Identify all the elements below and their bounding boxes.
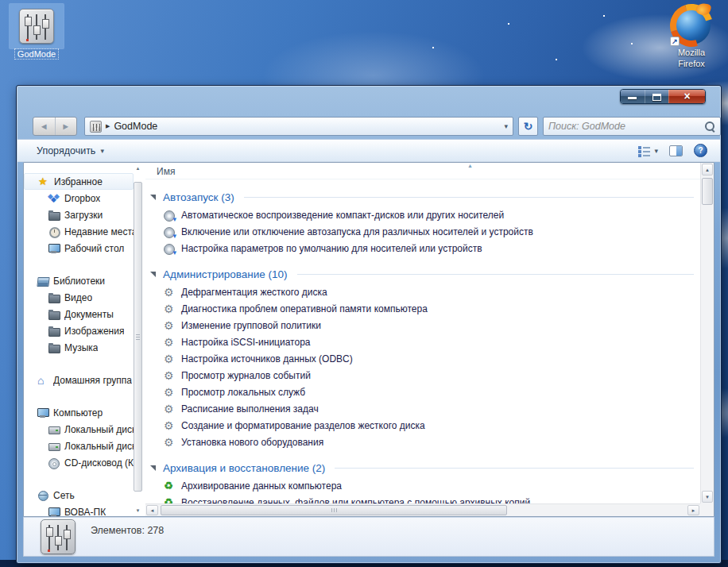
sidebar-item-label: ВОВА-ПК bbox=[64, 507, 106, 517]
maximize-icon bbox=[652, 94, 661, 101]
sidebar-item[interactable]: Dropbox bbox=[24, 190, 134, 206]
sidebar-item[interactable]: Загрузки bbox=[24, 206, 134, 223]
sidebar-item[interactable]: Изображения bbox=[24, 322, 134, 339]
column-header-name[interactable]: Имя bbox=[157, 166, 175, 177]
desktop-icon-firefox[interactable]: ↗ Mozilla Firefox bbox=[656, 6, 726, 69]
list-item[interactable]: Просмотр журналов событий bbox=[145, 367, 700, 384]
help-icon: ? bbox=[698, 146, 703, 155]
command-toolbar: Упорядочить ▾ ▾ ? bbox=[17, 139, 720, 162]
godmode-icon-label: GodMode bbox=[5, 49, 68, 59]
group-collapse-icon[interactable] bbox=[150, 272, 156, 277]
sidebar-item[interactable]: Домашняя группа bbox=[24, 372, 134, 388]
vertical-scroll-thumb[interactable] bbox=[702, 178, 713, 205]
group-administration: Администрирование (10) Дефрагментация же… bbox=[145, 264, 700, 450]
list-item[interactable]: Диагностика проблем оперативной памяти к… bbox=[145, 300, 700, 317]
horizontal-scrollbar[interactable]: ◄ ► bbox=[145, 503, 700, 516]
recent-icon bbox=[48, 226, 60, 238]
sidebar-item-label: Локальный диск bbox=[64, 424, 134, 435]
views-dropdown-icon: ▾ bbox=[654, 147, 658, 155]
gear-icon bbox=[163, 303, 176, 315]
firefox-logo-icon: ↗ bbox=[672, 6, 711, 44]
list-item[interactable]: Просмотр локальных служб bbox=[145, 384, 700, 400]
godmode-sliders-icon bbox=[19, 9, 54, 44]
sidebar-item[interactable]: CD-дисковод (К: bbox=[24, 454, 134, 471]
horizontal-scroll-thumb[interactable] bbox=[161, 505, 507, 515]
sidebar-item[interactable]: Избранное bbox=[24, 173, 134, 190]
organize-button[interactable]: Упорядочить ▾ bbox=[37, 145, 104, 156]
scroll-down-icon[interactable]: ▼ bbox=[702, 491, 713, 503]
sidebar-scroll-thumb[interactable] bbox=[134, 182, 142, 492]
list-item[interactable]: Восстановление данных, файлов или компью… bbox=[145, 494, 700, 503]
firefox-icon-label: Mozilla Firefox bbox=[656, 47, 726, 69]
scroll-up-icon[interactable]: ▲ bbox=[702, 164, 713, 176]
list-item[interactable]: Автоматическое воспроизведение компакт-д… bbox=[145, 206, 700, 223]
desktop-icon-godmode[interactable]: GodMode bbox=[5, 3, 68, 59]
list-item[interactable]: Создание и форматирование разделов жестк… bbox=[145, 417, 700, 434]
list-item[interactable]: Включение или отключение автозапуска для… bbox=[145, 223, 700, 240]
sidebar-item-label: Видео bbox=[64, 292, 92, 303]
preview-pane-button[interactable] bbox=[669, 145, 683, 156]
group-collapse-icon[interactable] bbox=[150, 465, 156, 471]
sidebar-scroll-up-icon[interactable]: ▲ bbox=[133, 164, 143, 173]
list-item[interactable]: Расписание выполнения задач bbox=[145, 400, 700, 417]
list-item-label: Просмотр журналов событий bbox=[181, 370, 311, 381]
sidebar-item[interactable]: Рабочий стол bbox=[24, 240, 134, 256]
group-items: Архивирование данных компьютера Восстано… bbox=[145, 477, 700, 503]
change-view-button[interactable]: ▾ bbox=[638, 145, 658, 156]
group-items: Дефрагментация жесткого диска Диагностик… bbox=[145, 284, 700, 450]
preview-pane-icon bbox=[669, 145, 683, 156]
list-item[interactable]: Изменение групповой политики bbox=[145, 317, 700, 334]
refresh-button[interactable]: ↻ bbox=[518, 117, 538, 136]
sidebar-item[interactable]: Локальный диск bbox=[24, 438, 134, 454]
list-item-label: Настройка источников данных (ODBC) bbox=[181, 353, 353, 364]
maximize-button[interactable] bbox=[645, 90, 668, 103]
folder-icon bbox=[48, 209, 60, 222]
sidebar-item[interactable]: Документы bbox=[24, 306, 134, 322]
sidebar-item-label: Загрузки bbox=[64, 210, 103, 221]
scroll-right-icon[interactable]: ► bbox=[687, 505, 699, 515]
close-button[interactable]: × bbox=[668, 90, 705, 103]
sidebar-item[interactable]: Видео bbox=[24, 289, 134, 306]
search-input[interactable] bbox=[548, 121, 704, 132]
list-item-label: Создание и форматирование разделов жестк… bbox=[181, 420, 425, 431]
gear-icon bbox=[163, 403, 176, 415]
list-item[interactable]: Настройка источников данных (ODBC) bbox=[145, 350, 700, 367]
breadcrumb-godmode[interactable]: GodMode bbox=[114, 121, 157, 132]
group-header[interactable]: Администрирование (10) bbox=[145, 264, 700, 284]
pc-icon bbox=[48, 506, 60, 517]
folder-icon bbox=[48, 291, 60, 304]
sidebar-scroll-down-icon[interactable]: ▼ bbox=[133, 507, 143, 515]
group-header[interactable]: Архивация и восстановление (2) bbox=[145, 458, 700, 477]
address-dropdown-icon[interactable]: ▾ bbox=[504, 122, 508, 130]
minimize-button[interactable] bbox=[621, 90, 645, 103]
list-item[interactable]: Архивирование данных компьютера bbox=[145, 477, 700, 494]
views-icon bbox=[638, 145, 650, 156]
sidebar-item[interactable]: Компьютер bbox=[24, 404, 134, 421]
sidebar-item[interactable]: Библиотеки bbox=[24, 272, 134, 289]
sidebar-item-label: CD-дисковод (К: bbox=[64, 457, 134, 469]
scroll-left-icon[interactable]: ◄ bbox=[146, 505, 158, 515]
sidebar-item[interactable]: Музыка bbox=[24, 339, 134, 356]
disk-icon bbox=[48, 440, 60, 453]
list-item-label: Просмотр локальных служб bbox=[181, 387, 305, 398]
column-header-row[interactable]: Имя ▲ bbox=[145, 163, 700, 179]
list-item[interactable]: Установка нового оборудования bbox=[145, 434, 700, 450]
group-header[interactable]: Автозапуск (3) bbox=[145, 187, 700, 206]
sidebar-item[interactable]: Недавние места bbox=[24, 223, 134, 240]
group-autoplay: Автозапуск (3) Автоматическое воспроизве… bbox=[145, 187, 700, 256]
group-collapse-icon[interactable] bbox=[150, 195, 156, 200]
address-bar[interactable]: ▶ GodMode ▾ bbox=[84, 117, 513, 136]
back-button[interactable]: ◄ bbox=[33, 118, 55, 135]
sidebar-scrollbar[interactable]: ▲ ▼ bbox=[133, 164, 143, 515]
forward-button[interactable]: ► bbox=[55, 118, 77, 135]
sidebar-item[interactable]: ВОВА-ПК bbox=[24, 503, 134, 516]
help-button[interactable]: ? bbox=[694, 144, 707, 157]
sidebar-item[interactable]: Локальный диск bbox=[24, 421, 134, 438]
list-item[interactable]: Дефрагментация жесткого диска bbox=[145, 284, 700, 300]
sidebar-item-label: Домашняя группа bbox=[53, 375, 132, 386]
sidebar-item[interactable]: Сеть bbox=[24, 487, 134, 503]
vertical-scrollbar[interactable]: ▲ ▼ bbox=[700, 163, 714, 503]
list-item[interactable]: Настройка параметров по умолчанию для но… bbox=[145, 240, 700, 256]
organize-dropdown-icon: ▾ bbox=[100, 147, 104, 155]
list-item[interactable]: Настройка iSCSI-инициатора bbox=[145, 334, 700, 350]
